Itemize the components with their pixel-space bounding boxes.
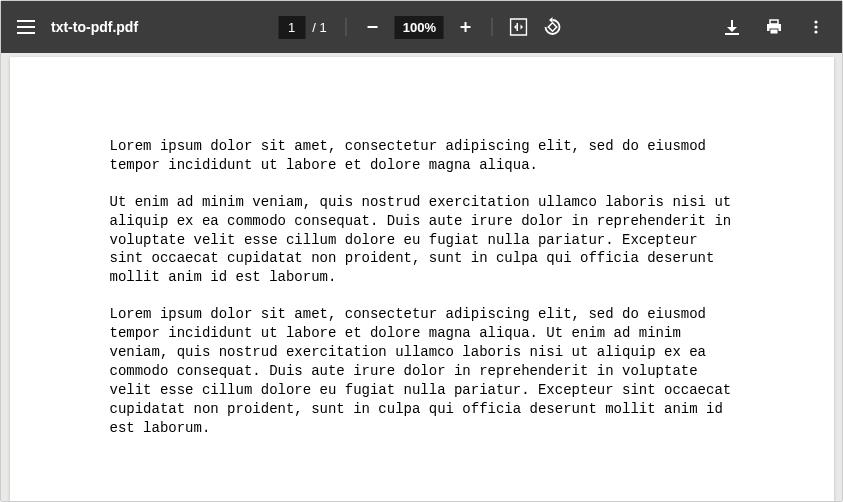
zoom-level-input[interactable]: 100%	[395, 16, 444, 39]
pdf-page: Lorem ipsum dolor sit amet, consectetur …	[10, 57, 834, 501]
page-total-label: / 1	[307, 20, 331, 35]
zoom-in-button[interactable]	[454, 15, 478, 39]
svg-rect-0	[368, 26, 378, 28]
svg-point-17	[814, 30, 817, 33]
svg-rect-3	[511, 19, 527, 35]
svg-rect-9	[725, 33, 739, 35]
filename-label: txt-to-pdf.pdf	[51, 19, 138, 35]
svg-rect-14	[770, 29, 778, 34]
more-icon[interactable]	[804, 15, 828, 39]
download-icon[interactable]	[720, 15, 744, 39]
svg-marker-11	[727, 27, 737, 32]
fit-page-icon[interactable]	[507, 15, 531, 39]
svg-rect-4	[517, 23, 519, 31]
pdf-toolbar: txt-to-pdf.pdf 1 / 1 100%	[1, 1, 842, 53]
svg-marker-5	[514, 25, 517, 30]
svg-rect-12	[770, 20, 778, 24]
svg-point-16	[814, 25, 817, 28]
zoom-out-button[interactable]	[361, 15, 385, 39]
paragraph: Ut enim ad minim veniam, quis nostrud ex…	[110, 193, 734, 287]
paragraph: Lorem ipsum dolor sit amet, consectetur …	[110, 305, 734, 437]
separator	[492, 18, 493, 36]
svg-rect-2	[465, 22, 467, 32]
menu-icon[interactable]	[17, 20, 35, 34]
rotate-icon[interactable]	[541, 15, 565, 39]
svg-marker-6	[521, 25, 524, 30]
content-area[interactable]: Lorem ipsum dolor sit amet, consectetur …	[1, 53, 842, 501]
paragraph: Lorem ipsum dolor sit amet, consectetur …	[110, 137, 734, 175]
page-current-input[interactable]: 1	[278, 16, 305, 39]
separator	[346, 18, 347, 36]
page-indicator: 1 / 1	[278, 16, 332, 39]
print-icon[interactable]	[762, 15, 786, 39]
svg-marker-7	[549, 17, 553, 23]
svg-point-15	[814, 20, 817, 23]
svg-rect-8	[549, 23, 557, 31]
